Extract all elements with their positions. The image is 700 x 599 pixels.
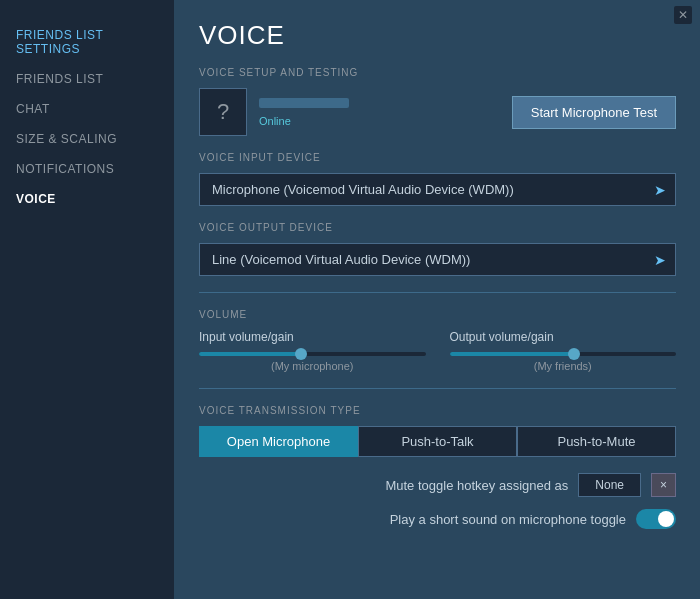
avatar: ? <box>199 88 247 136</box>
output-volume-thumb[interactable] <box>568 348 580 360</box>
input-volume-thumb[interactable] <box>295 348 307 360</box>
input-device-select[interactable]: Microphone (Voicemod Virtual Audio Devic… <box>199 173 676 206</box>
sound-toggle-knob <box>658 511 674 527</box>
question-icon: ? <box>217 99 229 125</box>
section-input-label: VOICE INPUT DEVICE <box>199 152 676 163</box>
mute-toggle-row: Mute toggle hotkey assigned as None × <box>199 473 676 497</box>
close-button[interactable]: ✕ <box>674 6 692 24</box>
main-content: ✕ VOICE VOICE SETUP AND TESTING ? Online… <box>175 0 700 599</box>
output-device-dropdown-container: Line (Voicemod Virtual Audio Device (WDM… <box>199 243 676 276</box>
divider-1 <box>199 292 676 293</box>
mute-hotkey-clear-button[interactable]: × <box>651 473 676 497</box>
section-transmission-label: VOICE TRANSMISSION TYPE <box>199 405 676 416</box>
sidebar-item-friends-list-settings[interactable]: Friends List Settings <box>0 20 174 64</box>
section-volume-label: VOLUME <box>199 309 676 320</box>
input-volume-col: Input volume/gain (My microphone) <box>199 330 426 372</box>
sound-toggle-switch[interactable] <box>636 509 676 529</box>
input-volume-sub: (My microphone) <box>199 360 426 372</box>
sidebar: Friends List Settings Friends List Chat … <box>0 0 175 599</box>
push-to-mute-button[interactable]: Push-to-Mute <box>517 426 676 457</box>
divider-2 <box>199 388 676 389</box>
sidebar-item-friends-list[interactable]: Friends List <box>0 64 174 94</box>
output-volume-label: Output volume/gain <box>450 330 677 344</box>
sidebar-item-notifications[interactable]: Notifications <box>0 154 174 184</box>
transmission-type-group: Open Microphone Push-to-Talk Push-to-Mut… <box>199 426 676 457</box>
output-volume-fill <box>450 352 575 356</box>
mute-hotkey-none-button[interactable]: None <box>578 473 641 497</box>
output-device-select[interactable]: Line (Voicemod Virtual Audio Device (WDM… <box>199 243 676 276</box>
output-volume-track <box>450 352 677 356</box>
sound-toggle-row: Play a short sound on microphone toggle <box>199 509 676 529</box>
start-mic-test-button[interactable]: Start Microphone Test <box>512 96 676 129</box>
username-bar <box>259 98 349 108</box>
output-volume-sub: (My friends) <box>450 360 677 372</box>
input-device-dropdown-container: Microphone (Voicemod Virtual Audio Devic… <box>199 173 676 206</box>
input-volume-label: Input volume/gain <box>199 330 426 344</box>
output-volume-col: Output volume/gain (My friends) <box>450 330 677 372</box>
user-info: Online <box>259 98 349 127</box>
input-volume-track <box>199 352 426 356</box>
section-setup-label: VOICE SETUP AND TESTING <box>199 67 676 78</box>
user-status: Online <box>259 115 291 127</box>
voice-setup-row: ? Online Start Microphone Test <box>199 88 676 136</box>
open-microphone-button[interactable]: Open Microphone <box>199 426 358 457</box>
push-to-talk-button[interactable]: Push-to-Talk <box>358 426 517 457</box>
volume-row: Input volume/gain (My microphone) Output… <box>199 330 676 372</box>
page-title: VOICE <box>199 20 676 51</box>
sidebar-item-voice[interactable]: Voice <box>0 184 174 214</box>
mute-toggle-label: Mute toggle hotkey assigned as <box>385 478 568 493</box>
input-volume-fill <box>199 352 301 356</box>
section-output-label: VOICE OUTPUT DEVICE <box>199 222 676 233</box>
sidebar-item-chat[interactable]: Chat <box>0 94 174 124</box>
sound-toggle-label: Play a short sound on microphone toggle <box>390 512 626 527</box>
sidebar-item-size-scaling[interactable]: Size & Scaling <box>0 124 174 154</box>
